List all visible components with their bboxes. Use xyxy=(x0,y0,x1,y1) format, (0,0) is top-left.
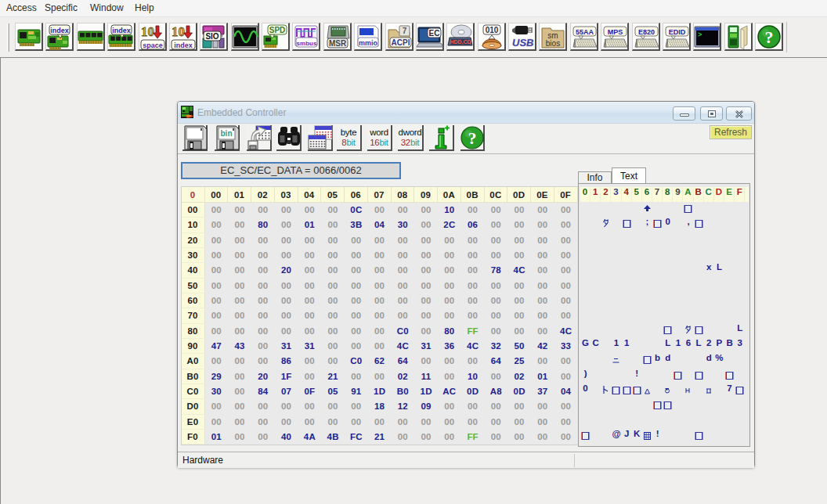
svg-text:EDID: EDID xyxy=(669,28,686,36)
svg-text:ACPI: ACPI xyxy=(391,38,410,47)
svg-text:bin: bin xyxy=(221,129,233,138)
svg-text:10: 10 xyxy=(172,24,185,39)
svg-text:010: 010 xyxy=(485,26,498,34)
svg-text:10: 10 xyxy=(141,24,154,39)
svg-text:USB: USB xyxy=(512,37,533,49)
svg-text:mmio: mmio xyxy=(359,39,378,47)
svg-text:55AA: 55AA xyxy=(576,28,594,36)
svg-text:SIO: SIO xyxy=(206,32,219,41)
svg-text:HDD,CD: HDD,CD xyxy=(450,39,471,45)
svg-text:EC: EC xyxy=(428,29,439,38)
svg-text:MSR: MSR xyxy=(329,39,347,48)
svg-text:?: ? xyxy=(468,128,477,148)
svg-text:index: index xyxy=(112,27,131,34)
svg-text:>: > xyxy=(698,31,702,39)
svg-text:smbus: smbus xyxy=(297,40,317,47)
svg-text:space: space xyxy=(143,41,163,49)
svg-text:MPS: MPS xyxy=(608,28,623,36)
svg-text:bios: bios xyxy=(546,39,560,48)
svg-text:SPD: SPD xyxy=(269,26,286,34)
svg-text:7: 7 xyxy=(402,27,406,35)
svg-text:E820: E820 xyxy=(637,28,654,36)
svg-text:index: index xyxy=(51,27,70,34)
svg-text:index: index xyxy=(174,41,193,49)
svg-text:?: ? xyxy=(765,27,774,47)
